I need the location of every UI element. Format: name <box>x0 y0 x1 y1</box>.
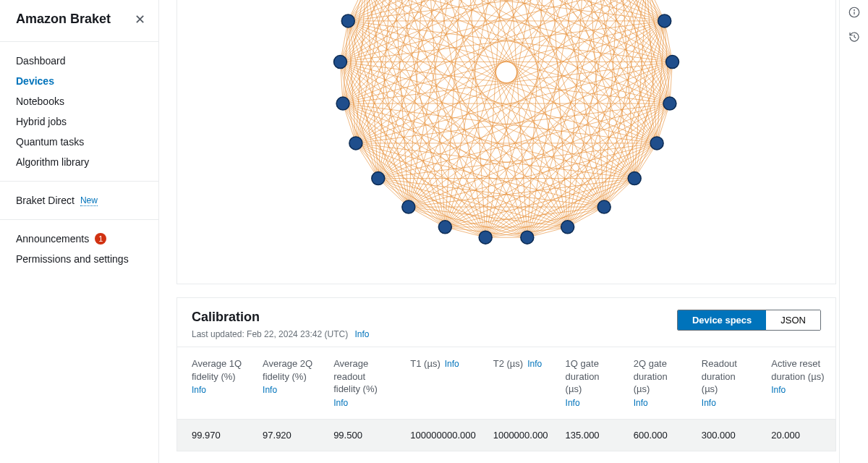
table-header: Average 2Q fidelity (%)Info <box>254 347 325 420</box>
sidebar-item-label: Braket Direct <box>16 195 75 206</box>
table-header: T2 (µs)Info <box>485 347 557 420</box>
table-cell: 97.920 <box>254 420 325 451</box>
qubit-node[interactable] <box>663 97 676 110</box>
sidebar-item-label: Algorithm library <box>16 156 89 168</box>
table-header: Active reset duration (µs)Info <box>762 347 835 420</box>
info-link[interactable]: Info <box>527 359 542 369</box>
sidebar-item-announcements[interactable]: Announcements 1 <box>0 229 158 249</box>
qubit-node[interactable] <box>341 14 354 27</box>
sidebar-item-label: Notebooks <box>16 95 64 107</box>
table-header-label: 2Q gate duration (µs) <box>634 358 668 394</box>
close-sidebar-icon[interactable]: ✕ <box>135 13 145 26</box>
table-cell: 100000000.000 <box>401 420 484 451</box>
sidebar-item-dashboard[interactable]: Dashboard <box>0 51 158 71</box>
svg-line-97 <box>527 0 647 237</box>
qubit-node[interactable] <box>521 231 534 244</box>
sidebar-item-label: Hybrid jobs <box>16 116 67 127</box>
sidebar-item-label: Quantum tasks <box>16 136 84 148</box>
table-header-label: Active reset duration (µs) <box>771 358 824 382</box>
info-link[interactable]: Info <box>566 397 616 409</box>
view-toggle: Device specs JSON <box>677 310 821 331</box>
info-link[interactable]: Info <box>702 397 754 409</box>
svg-line-118 <box>445 21 664 227</box>
qubit-node[interactable] <box>628 172 641 185</box>
svg-line-217 <box>348 21 567 227</box>
nav-main: Dashboard Devices Notebooks Hybrid jobs … <box>0 48 158 175</box>
sidebar-item-quantum-tasks[interactable]: Quantum tasks <box>0 132 158 152</box>
svg-line-155 <box>378 103 670 179</box>
table-cell: 135.000 <box>557 420 625 451</box>
table-header: Average readout fidelity (%)Info <box>325 347 401 420</box>
table-header-label: Average readout fidelity (%) <box>333 358 378 394</box>
right-utility-rail <box>839 0 868 463</box>
svg-line-188 <box>343 103 634 179</box>
qubit-connectivity-graph <box>289 0 723 284</box>
qubit-node[interactable] <box>336 97 349 110</box>
qubit-node[interactable] <box>658 14 671 27</box>
sidebar-item-label: Devices <box>16 75 54 87</box>
table-header: 1Q gate duration (µs)Info <box>557 347 625 420</box>
qubit-node[interactable] <box>402 200 415 213</box>
calibration-last-updated: Last updated: Feb 22, 2024 23:42 (UTC) I… <box>192 329 370 339</box>
sidebar-item-notebooks[interactable]: Notebooks <box>0 91 158 111</box>
svg-line-228 <box>340 62 527 238</box>
table-row: 99.97097.92099.500100000000.0001000000.0… <box>177 420 835 451</box>
table-cell: 600.000 <box>625 420 693 451</box>
calibration-table: Average 1Q fidelity (%)InfoAverage 2Q fi… <box>177 347 835 451</box>
svg-line-241 <box>366 0 485 237</box>
qubit-node[interactable] <box>333 56 346 69</box>
table-header-label: Average 1Q fidelity (%) <box>192 358 242 382</box>
table-header-label: 1Q gate duration (µs) <box>566 358 600 394</box>
info-link[interactable]: Info <box>634 397 684 409</box>
calibration-title: Calibration <box>192 310 370 325</box>
toggle-device-specs[interactable]: Device specs <box>678 310 766 330</box>
table-header: Readout duration (µs)Info <box>693 347 762 420</box>
info-link[interactable]: Info <box>333 397 393 409</box>
table-cell: 300.000 <box>693 420 762 451</box>
sidebar-item-label: Permissions and settings <box>16 253 129 265</box>
svg-line-135 <box>485 62 672 238</box>
table-cell: 99.970 <box>177 420 254 451</box>
svg-point-302 <box>854 10 854 11</box>
sidebar-item-hybrid-jobs[interactable]: Hybrid jobs <box>0 111 158 132</box>
info-link[interactable]: Info <box>192 384 245 396</box>
sidebar-item-braket-direct[interactable]: Braket Direct New <box>0 190 158 211</box>
sidebar: Amazon Braket ✕ Dashboard Devices Notebo… <box>0 0 159 463</box>
connectivity-graph-panel <box>176 0 836 284</box>
svg-line-194 <box>465 0 634 179</box>
info-link[interactable]: Info <box>263 384 316 396</box>
qubit-node[interactable] <box>372 172 385 185</box>
table-header-row: Average 1Q fidelity (%)InfoAverage 2Q fi… <box>177 347 835 420</box>
qubit-node[interactable] <box>561 221 574 234</box>
table-header-label: T2 (µs) <box>493 358 523 369</box>
info-link[interactable]: Info <box>354 329 369 339</box>
table-header-label: Average 2Q fidelity (%) <box>263 358 312 382</box>
sidebar-item-permissions[interactable]: Permissions and settings <box>0 249 158 269</box>
table-cell: 99.500 <box>325 420 401 451</box>
sidebar-item-devices[interactable]: Devices <box>0 71 158 91</box>
qubit-node[interactable] <box>597 200 610 213</box>
qubit-node[interactable] <box>438 221 451 234</box>
sidebar-item-algorithm-library[interactable]: Algorithm library <box>0 152 158 172</box>
svg-line-41 <box>340 0 548 62</box>
qubit-node[interactable] <box>479 231 492 244</box>
count-badge: 1 <box>95 233 106 245</box>
sidebar-item-label: Dashboard <box>16 55 66 67</box>
sidebar-item-label: Announcements <box>16 233 89 245</box>
table-header-label: T1 (µs) <box>410 358 440 369</box>
qubit-node[interactable] <box>650 137 663 150</box>
svg-line-146 <box>465 0 673 62</box>
qubit-node[interactable] <box>349 137 362 150</box>
table-header: Average 1Q fidelity (%)Info <box>177 347 254 420</box>
table-header: T1 (µs)Info <box>401 347 484 420</box>
svg-line-38 <box>378 0 548 179</box>
toggle-json[interactable]: JSON <box>766 310 820 330</box>
main-content: Calibration Last updated: Feb 22, 2024 2… <box>159 0 839 463</box>
sidebar-title: Amazon Braket <box>16 12 111 27</box>
info-link[interactable]: Info <box>445 359 459 369</box>
info-link[interactable]: Info <box>771 384 827 396</box>
history-icon[interactable] <box>848 30 861 43</box>
qubit-node[interactable] <box>666 56 679 69</box>
table-header-label: Readout duration (µs) <box>702 358 737 394</box>
info-icon[interactable] <box>848 6 861 19</box>
